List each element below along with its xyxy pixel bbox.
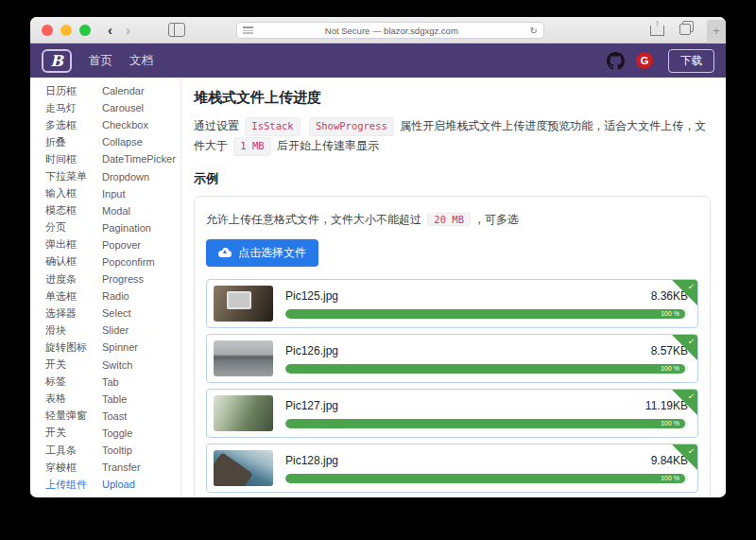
new-tab-button[interactable]: + xyxy=(707,20,726,44)
upload-demo: 允许上传任意格式文件，文件大小不能超过 20 MB，可多选 点击选择文件 Pic… xyxy=(195,197,710,496)
upload-progress-bar: 100 % xyxy=(285,419,688,428)
forward-button[interactable]: › xyxy=(126,21,130,40)
file-thumbnail-greenhouse[interactable] xyxy=(214,395,273,431)
sidebar-toggle-icon[interactable] xyxy=(168,23,185,37)
page-title: 堆栈式文件上传进度 xyxy=(194,89,711,107)
back-button[interactable]: ‹ xyxy=(108,21,112,40)
url-text[interactable]: Not Secure — blazor.sdgxgz.com xyxy=(253,26,530,36)
window-controls xyxy=(42,25,91,36)
select-file-button[interactable]: 点击选择文件 xyxy=(206,239,318,267)
progress-fill: 100 % xyxy=(285,364,685,374)
minimize-window-button[interactable] xyxy=(60,25,72,36)
code-badge-isstack: IsStack xyxy=(245,117,300,136)
browser-window: ‹ › Not Secure — blazor.sdgxgz.com ↻ + B… xyxy=(30,17,726,497)
download-button[interactable]: 下载 xyxy=(668,49,714,73)
progress-fill: 100 % xyxy=(285,309,685,319)
file-name: Pic128.jpg xyxy=(285,454,338,467)
browser-titlebar: ‹ › Not Secure — blazor.sdgxgz.com ↻ + xyxy=(30,17,726,44)
sidebar-item-checkbox[interactable]: 多选框Checkbox xyxy=(45,116,180,133)
example-section-title: 示例 xyxy=(194,170,711,187)
sidebar-item-progress[interactable]: 进度条Progress xyxy=(45,270,180,287)
sidebar-item-upload[interactable]: 上传组件Upload xyxy=(45,476,180,493)
file-name: Pic126.jpg xyxy=(285,344,338,357)
sidebar-item-switch[interactable]: 开关Switch xyxy=(45,357,180,374)
upload-file-card: Pic126.jpg 8.57KB 100 % ✓ xyxy=(206,334,698,383)
share-icon[interactable] xyxy=(650,21,664,36)
address-bar[interactable]: Not Secure — blazor.sdgxgz.com ↻ xyxy=(236,22,544,39)
sidebar-item-tab[interactable]: 标签Tab xyxy=(45,374,180,391)
file-thumbnail-laptop[interactable] xyxy=(214,286,273,322)
upload-progress-bar: 100 % xyxy=(285,474,688,483)
file-name: Pic127.jpg xyxy=(285,399,338,412)
close-window-button[interactable] xyxy=(42,25,53,36)
sidebar-item-toast[interactable]: 轻量弹窗Toast xyxy=(45,408,180,425)
sidebar-item-tooltip[interactable]: 工具条Tooltip xyxy=(45,442,180,459)
code-badge-showprogress: ShowProgress xyxy=(309,117,394,136)
site-nav: 首页 文档 xyxy=(89,53,153,69)
sidebar-item-transfer[interactable]: 穿梭框Transfer xyxy=(45,459,180,476)
upload-file-card: Pic127.jpg 11.19KB 100 % ✓ xyxy=(206,389,698,438)
component-sidebar: 日历框Calendar 走马灯Carousel 多选框Checkbox 折叠Co… xyxy=(30,78,181,496)
upload-progress-bar: 100 % xyxy=(285,364,688,374)
sidebar-item-select[interactable]: 选择器Select xyxy=(45,305,180,322)
zoom-window-button[interactable] xyxy=(79,25,91,36)
sidebar-item-pagination[interactable]: 分页Pagination xyxy=(45,219,180,236)
site-logo[interactable]: B xyxy=(42,49,72,73)
code-badge-20mb: 20 MB xyxy=(427,213,471,226)
reload-icon[interactable]: ↻ xyxy=(530,26,538,36)
file-thumbnail-pier[interactable] xyxy=(214,340,273,376)
progress-fill: 100 % xyxy=(285,474,685,483)
file-name: Pic125.jpg xyxy=(285,289,338,303)
gitee-icon[interactable]: G xyxy=(636,52,653,69)
nav-docs-link[interactable]: 文档 xyxy=(129,53,153,69)
reader-view-icon[interactable] xyxy=(243,26,253,35)
github-icon[interactable] xyxy=(607,52,625,70)
code-badge-1mb: 1 MB xyxy=(233,137,270,156)
sidebar-item-toggle[interactable]: 开关Toggle xyxy=(45,425,180,442)
sidebar-item-modal[interactable]: 模态框Modal xyxy=(45,202,180,219)
sidebar-item-popconfirm[interactable]: 确认框Popconfirm xyxy=(45,253,180,270)
page-description: 通过设置 IsStack ShowProgress 属性开启堆栈式文件上传进度预… xyxy=(194,116,711,156)
cloud-upload-icon xyxy=(218,248,232,257)
progress-fill: 100 % xyxy=(285,419,685,428)
sidebar-item-collapse[interactable]: 折叠Collapse xyxy=(45,133,180,150)
tab-overview-icon[interactable] xyxy=(679,21,694,36)
sidebar-item-datetimepicker[interactable]: 时间框DateTimePicker xyxy=(45,150,180,167)
site-header: B 首页 文档 G 下载 xyxy=(30,44,726,78)
sidebar-item-input[interactable]: 输入框Input xyxy=(45,185,180,202)
upload-file-card: Pic128.jpg 9.84KB 100 % ✓ xyxy=(206,444,698,493)
sidebar-item-table[interactable]: 表格Table xyxy=(45,391,180,408)
sidebar-item-calendar[interactable]: 日历框Calendar xyxy=(45,82,180,99)
nav-home-link[interactable]: 首页 xyxy=(89,53,112,69)
sidebar-item-carousel[interactable]: 走马灯Carousel xyxy=(45,99,180,116)
upload-progress-bar: 100 % xyxy=(285,309,688,319)
sidebar-item-dropdown[interactable]: 下拉菜单Dropdown xyxy=(45,167,180,184)
example-block: 允许上传任意格式文件，文件大小不能超过 20 MB，可多选 点击选择文件 Pic… xyxy=(194,196,711,496)
upload-file-card: Pic125.jpg 8.36KB 100 % ✓ xyxy=(206,279,698,328)
file-thumbnail-coast[interactable] xyxy=(214,450,273,486)
sidebar-item-spinner[interactable]: 旋转图标Spinner xyxy=(45,339,180,356)
upload-hint: 允许上传任意格式文件，文件大小不能超过 20 MB，可多选 xyxy=(206,212,698,228)
sidebar-item-popover[interactable]: 弹出框Popover xyxy=(45,236,180,253)
sidebar-item-slider[interactable]: 滑块Slider xyxy=(45,322,180,339)
main-content: 堆栈式文件上传进度 通过设置 IsStack ShowProgress 属性开启… xyxy=(181,78,726,496)
sidebar-item-radio[interactable]: 单选框Radio xyxy=(45,287,180,305)
